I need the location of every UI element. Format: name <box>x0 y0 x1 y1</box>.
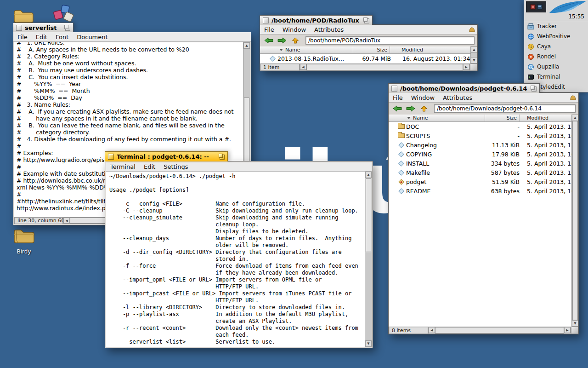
terminal-output-area[interactable]: ~/Downloads/podget-0.6.14> ./podget -h U… <box>106 172 365 347</box>
window-title: Terminal : podget-0.6.14: -- <box>117 153 216 160</box>
vertical-scrollbar[interactable]: ▲ ▼ <box>365 172 372 347</box>
resize-handle[interactable] <box>571 327 578 334</box>
tracker-hand-icon <box>469 27 475 33</box>
icon-label: Birdy <box>10 248 38 255</box>
deskbar-item-rondel[interactable]: Rondel <box>524 52 588 62</box>
column-header-name[interactable]: Name <box>389 115 485 121</box>
desktop-icon-birdy[interactable]: Birdy <box>10 226 38 255</box>
menu-attributes[interactable]: Attributes <box>310 25 348 34</box>
scroll-left-button[interactable]: ◀ <box>429 327 435 333</box>
menu-window[interactable]: Window <box>278 25 310 34</box>
deskbar-item-qupzilla[interactable]: Qupzilla <box>524 62 588 72</box>
horizontal-scrollbar[interactable]: ◀ ▶ <box>428 327 571 334</box>
tray-icon-1[interactable] <box>530 4 536 10</box>
close-button[interactable] <box>108 154 114 160</box>
deskbar-item-terminal[interactable]: Terminal <box>524 72 588 82</box>
menu-file[interactable]: File <box>260 25 278 34</box>
zoom-button[interactable] <box>64 25 70 31</box>
file-row[interactable]: COPYING 17.98 KiB 5. April 2013, 16: <box>389 150 571 159</box>
scroll-down-button[interactable]: ▼ <box>471 57 477 63</box>
column-header-name[interactable]: Name <box>260 46 353 53</box>
file-row[interactable]: SCRIPTS - 5. April 2013, 16: <box>389 131 571 140</box>
menu-file[interactable]: File <box>13 32 32 41</box>
menu-font[interactable]: Font <box>51 32 73 41</box>
menu-bar: File Window Attributes <box>389 93 578 103</box>
scrollbar-thumb[interactable] <box>572 121 578 320</box>
file-row[interactable]: 2013-08-15.RadioTux… 69.74 MiB 16. Augus… <box>260 54 470 63</box>
deskbar-item-tracker[interactable]: Tracker <box>524 21 588 31</box>
scroll-up-button[interactable]: ▲ <box>471 46 477 53</box>
up-button[interactable] <box>418 104 430 113</box>
menu-settings[interactable]: Settings <box>159 162 192 171</box>
back-button[interactable] <box>391 104 403 113</box>
file-row[interactable]: DOC - 5. April 2013, 17: <box>389 122 571 131</box>
file-name: COPYING <box>406 151 485 158</box>
window-tab[interactable]: /boot/home/Downloads/podget-0.6.14 <box>388 83 540 93</box>
scroll-left-button[interactable]: ◀ <box>300 64 306 70</box>
scroll-right-button[interactable]: ▶ <box>463 64 469 70</box>
scroll-up-button[interactable]: ▲ <box>243 42 250 49</box>
folder-icon <box>396 133 406 138</box>
scroll-up-button[interactable]: ▲ <box>572 115 578 121</box>
scrollbar-thumb[interactable] <box>435 327 564 334</box>
vertical-scrollbar[interactable]: ▲ ▼ <box>470 46 477 63</box>
menu-document[interactable]: Document <box>73 32 112 41</box>
clock[interactable]: 15:55 <box>568 13 584 20</box>
rondel-icon <box>527 53 534 60</box>
menu-attributes[interactable]: Attributes <box>439 93 476 102</box>
scroll-left-button[interactable]: ◀ <box>63 218 70 224</box>
file-row[interactable]: INSTALL 334 bytes 5. April 2013, 16: <box>389 159 571 168</box>
file-size: 587 bytes <box>485 169 520 176</box>
file-row[interactable]: README 638 bytes 5. April 2013, 16: <box>389 186 571 196</box>
resize-handle[interactable] <box>470 63 477 71</box>
menu-file[interactable]: File <box>389 93 407 102</box>
scroll-up-button[interactable]: ▲ <box>365 172 372 178</box>
window-tab[interactable]: Terminal : podget-0.6.14: -- <box>105 151 228 161</box>
file-list[interactable]: 2013-08-15.RadioTux… 69.74 MiB 16. Augus… <box>260 54 470 63</box>
file-row[interactable]: podget 51.59 KiB 5. April 2013, 17: <box>389 177 571 186</box>
up-button[interactable] <box>289 36 301 45</box>
path-field[interactable]: /boot/home/POD/RadioTux <box>305 36 475 45</box>
folder-icon <box>396 124 406 129</box>
zoom-button[interactable] <box>219 154 225 160</box>
vertical-scrollbar[interactable]: ▲ ▼ <box>571 115 578 327</box>
desktop[interactable]: Haikú Birdy serverlist File Edit <box>0 0 588 368</box>
close-button[interactable] <box>391 86 397 92</box>
file-row[interactable]: Changelog 11.13 KiB 5. April 2013, 17: <box>389 140 571 150</box>
tray-icon-2[interactable] <box>537 4 543 10</box>
window-tab[interactable]: /boot/home/POD/RadioTux <box>260 15 373 25</box>
zoom-button[interactable] <box>363 17 369 23</box>
file-name: podget <box>406 178 485 185</box>
audio-file-icon <box>267 57 277 61</box>
window-tab[interactable]: serverlist <box>13 23 74 32</box>
close-button[interactable] <box>263 17 269 23</box>
column-header-size[interactable]: Size <box>353 46 390 53</box>
tray-icons[interactable] <box>526 1 546 12</box>
file-row[interactable]: Makefile 587 bytes 5. April 2013, 16: <box>389 168 571 177</box>
menu-edit[interactable]: Edit <box>140 162 159 171</box>
back-button[interactable] <box>263 36 275 45</box>
menu-edit[interactable]: Edit <box>32 32 51 41</box>
column-header-modified[interactable]: Modified <box>390 46 470 53</box>
path-field[interactable]: /boot/home/Downloads/podget-0.6.14 <box>434 104 576 113</box>
horizontal-scrollbar[interactable]: ◀ ▶ <box>300 63 470 71</box>
scrollbar-thumb[interactable] <box>366 178 371 252</box>
scroll-right-button[interactable]: ▶ <box>564 327 571 333</box>
terminal-output: ~/Downloads/podget-0.6.14> ./podget -h U… <box>106 172 365 345</box>
menu-window[interactable]: Window <box>407 93 439 102</box>
deskbar-item-caya[interactable]: Caya <box>524 41 588 52</box>
file-modified: 16. August 2013, 01:34 <box>391 55 470 62</box>
menu-terminal[interactable]: Terminal <box>106 162 140 171</box>
column-header-modified[interactable]: Modified <box>520 115 571 121</box>
deskbar-item-webpositive[interactable]: WebPositive <box>524 31 588 41</box>
scrollbar-thumb[interactable] <box>306 64 463 70</box>
scrollbar-thumb[interactable] <box>244 98 249 167</box>
zoom-button[interactable] <box>531 86 537 92</box>
file-list[interactable]: DOC - 5. April 2013, 17: SCRIPTS - 5. Ap… <box>389 122 571 327</box>
forward-button[interactable] <box>405 104 417 113</box>
scroll-down-button[interactable]: ▼ <box>572 320 578 327</box>
scroll-down-button[interactable]: ▼ <box>365 340 372 347</box>
forward-button[interactable] <box>276 36 288 45</box>
column-header-size[interactable]: Size <box>485 115 520 121</box>
close-button[interactable] <box>16 25 22 31</box>
